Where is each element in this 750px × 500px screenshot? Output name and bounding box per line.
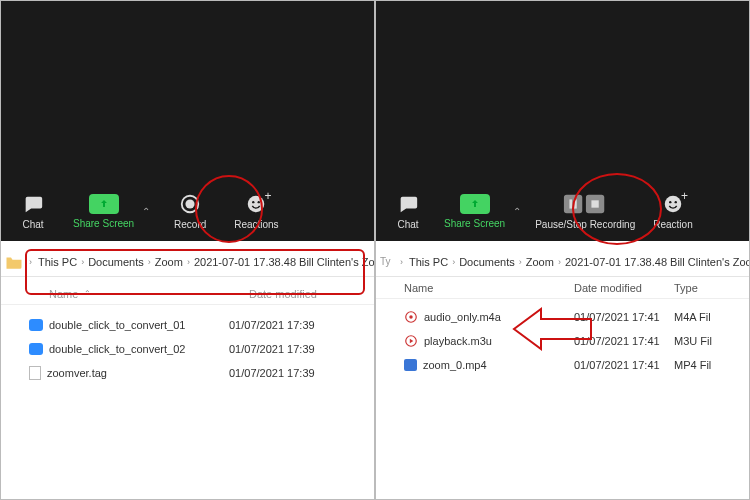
zoom-toolbar: Chat Share Screen ⌃: [376, 181, 749, 241]
share-screen-button[interactable]: Share Screen: [438, 190, 511, 233]
zoom-file-icon: [29, 319, 43, 331]
crumb-meeting[interactable]: 2021-07-01 17.38.48 Bill Clinten's Zoom …: [194, 256, 374, 268]
reactions-icon: +: [662, 193, 684, 215]
pause-stop-label: Pause/Stop Recording: [535, 219, 635, 230]
list-item[interactable]: zoom_0.mp4 01/07/2021 17:41 MP4 Fil: [376, 353, 749, 377]
chevron-icon: ›: [398, 257, 405, 267]
file-modified: 01/07/2021 17:39: [229, 319, 329, 331]
column-headers[interactable]: Name ⌃ Date modified: [1, 283, 374, 305]
zoom-file-icon: [29, 343, 43, 355]
record-icon: [179, 193, 201, 215]
col-header-modified[interactable]: Date modified: [574, 282, 674, 294]
crumb-this-pc[interactable]: This PC: [409, 256, 448, 268]
breadcrumb-bar[interactable]: › This PC› Documents› Zoom› 2021-07-01 1…: [1, 247, 374, 277]
svg-rect-6: [570, 199, 573, 208]
crumb-documents[interactable]: Documents: [459, 256, 515, 268]
pane-after: Chat Share Screen ⌃: [375, 0, 750, 500]
list-item[interactable]: zoomver.tag 01/07/2021 17:39: [1, 361, 374, 385]
chat-icon: [22, 193, 44, 215]
file-modified: 01/07/2021 17:41: [574, 311, 674, 323]
svg-point-2: [248, 195, 265, 212]
reactions-label: Reactions: [234, 219, 278, 230]
crumb-documents[interactable]: Documents: [88, 256, 144, 268]
file-type: MP4 Fil: [674, 359, 734, 371]
list-item[interactable]: double_click_to_convert_02 01/07/2021 17…: [1, 337, 374, 361]
reactions-button[interactable]: + Reactions: [228, 189, 284, 234]
share-options-caret[interactable]: ⌃: [511, 206, 523, 217]
crumb-zoom[interactable]: Zoom: [526, 256, 554, 268]
svg-point-11: [669, 200, 671, 202]
file-modified: 01/07/2021 17:41: [574, 335, 674, 347]
file-modified: 01/07/2021 17:39: [229, 367, 329, 379]
svg-rect-9: [592, 200, 599, 207]
col-header-modified[interactable]: Date modified: [249, 288, 359, 300]
meeting-video-area: [1, 1, 374, 181]
share-screen-icon: [460, 194, 490, 214]
crumb-this-pc[interactable]: This PC: [38, 256, 77, 268]
share-screen-icon: [89, 194, 119, 214]
sort-caret-icon: ⌃: [84, 289, 91, 298]
file-name: double_click_to_convert_02: [49, 343, 185, 355]
crumb-meeting[interactable]: 2021-07-01 17.38.48 Bill Clinten's Zoom …: [565, 256, 749, 268]
col-header-name: Name ⌃: [49, 288, 249, 300]
file-name: zoom_0.mp4: [423, 359, 487, 371]
share-screen-button[interactable]: Share Screen: [67, 190, 140, 233]
share-label: Share Screen: [444, 218, 505, 229]
breadcrumb-bar[interactable]: Ty › This PC› Documents› Zoom› 2021-07-0…: [376, 247, 749, 277]
chat-label: Chat: [22, 219, 43, 230]
file-list: double_click_to_convert_01 01/07/2021 17…: [1, 305, 374, 499]
pane-before: Chat Share Screen ⌃ Record: [0, 0, 375, 500]
svg-point-14: [409, 315, 413, 319]
list-item[interactable]: audio_only.m4a 01/07/2021 17:41 M4A Fil: [376, 305, 749, 329]
playlist-file-icon: [404, 334, 418, 348]
chevron-icon: ›: [27, 257, 34, 267]
svg-point-4: [258, 200, 260, 202]
audio-file-icon: [404, 310, 418, 324]
pause-stop-recording[interactable]: Pause/Stop Recording: [529, 189, 641, 234]
chat-button[interactable]: Chat: [9, 189, 57, 234]
col-header-type[interactable]: Type: [674, 282, 734, 294]
reactions-button[interactable]: + Reaction: [647, 189, 698, 234]
record-button[interactable]: Record: [166, 189, 214, 234]
svg-rect-5: [564, 194, 582, 212]
file-name: double_click_to_convert_01: [49, 319, 185, 331]
crumb-zoom[interactable]: Zoom: [155, 256, 183, 268]
file-type: M4A Fil: [674, 311, 734, 323]
chat-label: Chat: [397, 219, 418, 230]
reactions-icon: +: [245, 193, 267, 215]
svg-rect-7: [574, 199, 577, 208]
svg-point-1: [186, 199, 195, 208]
record-label: Record: [174, 219, 206, 230]
truncated-prefix: Ty: [380, 256, 394, 267]
col-header-name: Name: [404, 282, 574, 294]
share-label: Share Screen: [73, 218, 134, 229]
zoom-toolbar: Chat Share Screen ⌃ Record: [1, 181, 374, 241]
tag-file-icon: [29, 366, 41, 380]
list-item[interactable]: playback.m3u 01/07/2021 17:41 M3U Fil: [376, 329, 749, 353]
svg-point-12: [675, 200, 677, 202]
column-headers[interactable]: Name Date modified Type: [376, 277, 749, 299]
svg-point-3: [252, 200, 254, 202]
folder-icon: [5, 255, 23, 269]
file-type: M3U Fil: [674, 335, 734, 347]
video-file-icon: [404, 359, 417, 371]
list-item[interactable]: double_click_to_convert_01 01/07/2021 17…: [1, 313, 374, 337]
file-name: zoomver.tag: [47, 367, 107, 379]
share-options-caret[interactable]: ⌃: [140, 206, 152, 217]
file-modified: 01/07/2021 17:39: [229, 343, 329, 355]
meeting-video-area: [376, 1, 749, 181]
file-name: playback.m3u: [424, 335, 492, 347]
svg-point-10: [665, 195, 682, 212]
chat-button[interactable]: Chat: [384, 189, 432, 234]
file-modified: 01/07/2021 17:41: [574, 359, 674, 371]
file-list: audio_only.m4a 01/07/2021 17:41 M4A Fil …: [376, 299, 749, 499]
file-name: audio_only.m4a: [424, 311, 501, 323]
chat-icon: [397, 193, 419, 215]
pause-stop-icon: [562, 193, 608, 215]
reactions-label: Reaction: [653, 219, 692, 230]
